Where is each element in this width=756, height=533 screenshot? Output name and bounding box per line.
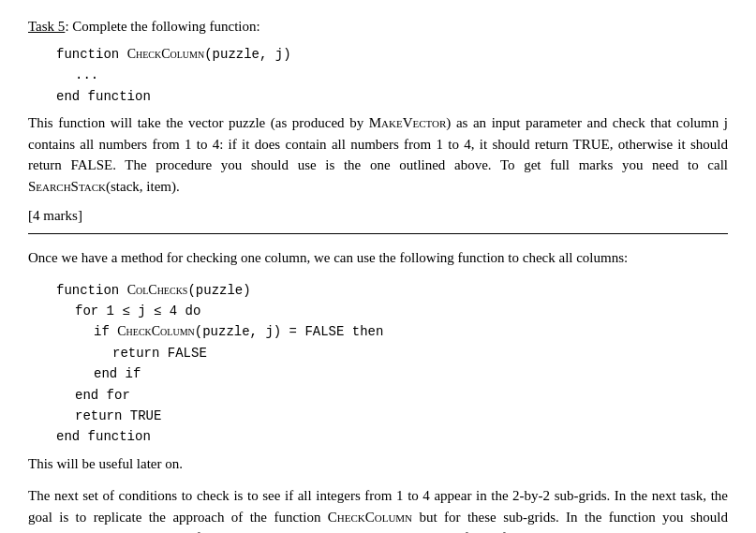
next-checkcolumn-ref: CheckColumn	[328, 510, 412, 525]
desc-text-mid2: (stack, item).	[106, 179, 180, 194]
task-description: Complete the following function:	[72, 19, 259, 34]
task-label: Task 5	[28, 19, 65, 34]
section-divider	[28, 233, 728, 234]
colchecks-line2: for 1 ≤ j ≤ 4 do	[75, 301, 728, 321]
colchecks-line3: if CheckColumn(puzzle, j) = FALSE then	[94, 321, 728, 342]
stub-line1: function CheckColumn(puzzle, j)	[56, 44, 728, 65]
colchecks-line6: end for	[75, 385, 728, 406]
function-stub: function CheckColumn(puzzle, j) ... end …	[56, 44, 728, 107]
colchecks-line7: return TRUE	[75, 406, 728, 426]
desc-text-before: This function will take the vector puzzl…	[28, 115, 369, 130]
makevector-ref: MakeVector	[369, 115, 447, 130]
task-header: Task 5: Complete the following function:	[28, 19, 728, 35]
colchecks-name: ColChecks	[127, 283, 188, 297]
description-paragraph: This function will take the vector puzzl…	[28, 112, 728, 197]
colchecks-function: function ColChecks(puzzle) for 1 ≤ j ≤ 4…	[56, 280, 728, 448]
stub-checkcolumn-name: CheckColumn	[127, 47, 205, 61]
second-paragraph: Once we have a method for checking one c…	[28, 247, 728, 269]
colchecks-checkcolumn: CheckColumn	[117, 324, 195, 338]
colchecks-line4: return FALSE	[112, 343, 728, 363]
colchecks-line5: end if	[94, 363, 728, 384]
next-paragraph: The next set of conditions to check is t…	[28, 485, 728, 533]
searchstack-ref1: SearchStack	[28, 179, 106, 194]
marks-label: [4 marks]	[28, 208, 728, 224]
colchecks-line8: end function	[56, 426, 728, 447]
useful-paragraph: This will be useful later on.	[28, 453, 728, 475]
stub-line2: ...	[75, 65, 728, 85]
colchecks-line1: function ColChecks(puzzle)	[56, 280, 728, 301]
stub-line3: end function	[56, 86, 728, 107]
